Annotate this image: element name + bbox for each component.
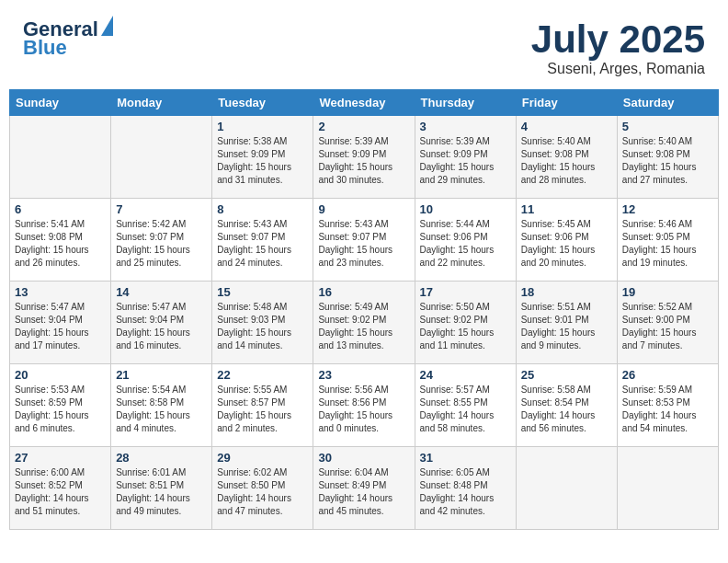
header-cell-wednesday: Wednesday [313,90,415,116]
day-detail: Sunrise: 6:01 AM Sunset: 8:51 PM Dayligh… [116,466,207,518]
day-number: 11 [521,202,612,216]
calendar-cell [10,116,111,199]
header-cell-monday: Monday [111,90,212,116]
page-header: General Blue July 2025 Suseni, Arges, Ro… [9,9,719,82]
day-number: 23 [318,368,409,382]
week-row-3: 20Sunrise: 5:53 AM Sunset: 8:59 PM Dayli… [10,364,719,447]
day-number: 24 [420,368,511,382]
logo-triangle-icon [101,16,113,36]
calendar-cell: 17Sunrise: 5:50 AM Sunset: 9:02 PM Dayli… [415,282,516,364]
day-detail: Sunrise: 6:04 AM Sunset: 8:49 PM Dayligh… [318,466,409,518]
day-number: 6 [15,202,106,216]
day-number: 7 [116,202,207,216]
calendar-cell: 8Sunrise: 5:43 AM Sunset: 9:07 PM Daylig… [212,199,313,282]
day-detail: Sunrise: 5:38 AM Sunset: 9:09 PM Dayligh… [217,135,308,187]
day-detail: Sunrise: 5:43 AM Sunset: 9:07 PM Dayligh… [318,218,409,270]
day-detail: Sunrise: 5:46 AM Sunset: 9:05 PM Dayligh… [622,218,713,270]
calendar-cell: 13Sunrise: 5:47 AM Sunset: 9:04 PM Dayli… [10,282,111,364]
month-year-title: July 2025 [531,18,705,61]
day-number: 4 [521,120,612,133]
day-detail: Sunrise: 6:02 AM Sunset: 8:50 PM Dayligh… [217,466,308,518]
calendar-cell: 30Sunrise: 6:04 AM Sunset: 8:49 PM Dayli… [313,447,415,530]
calendar-cell: 9Sunrise: 5:43 AM Sunset: 9:07 PM Daylig… [313,199,415,282]
calendar-cell: 2Sunrise: 5:39 AM Sunset: 9:09 PM Daylig… [313,116,415,199]
calendar-cell: 23Sunrise: 5:56 AM Sunset: 8:56 PM Dayli… [313,364,415,447]
day-number: 21 [116,368,207,382]
day-number: 20 [15,368,106,382]
calendar-header: SundayMondayTuesdayWednesdayThursdayFrid… [10,90,719,116]
day-number: 17 [420,285,511,299]
day-number: 9 [318,202,409,216]
day-detail: Sunrise: 5:55 AM Sunset: 8:57 PM Dayligh… [217,384,308,435]
calendar-cell: 18Sunrise: 5:51 AM Sunset: 9:01 PM Dayli… [516,282,617,364]
week-row-2: 13Sunrise: 5:47 AM Sunset: 9:04 PM Dayli… [10,282,719,364]
week-row-0: 1Sunrise: 5:38 AM Sunset: 9:09 PM Daylig… [10,116,719,199]
header-cell-thursday: Thursday [415,90,516,116]
day-number: 27 [15,451,106,465]
day-number: 14 [116,285,207,299]
week-row-1: 6Sunrise: 5:41 AM Sunset: 9:08 PM Daylig… [10,199,719,282]
day-detail: Sunrise: 5:39 AM Sunset: 9:09 PM Dayligh… [318,135,409,187]
calendar-cell [111,116,212,199]
day-number: 12 [622,202,713,216]
calendar-cell: 7Sunrise: 5:42 AM Sunset: 9:07 PM Daylig… [111,199,212,282]
day-number: 13 [15,285,106,299]
day-detail: Sunrise: 5:52 AM Sunset: 9:00 PM Dayligh… [622,301,713,352]
day-number: 5 [622,120,713,133]
header-row: SundayMondayTuesdayWednesdayThursdayFrid… [10,90,719,116]
calendar-cell: 19Sunrise: 5:52 AM Sunset: 9:00 PM Dayli… [617,282,718,364]
day-detail: Sunrise: 5:54 AM Sunset: 8:58 PM Dayligh… [116,384,207,435]
calendar-cell [516,447,617,530]
day-number: 15 [217,285,308,299]
day-detail: Sunrise: 6:05 AM Sunset: 8:48 PM Dayligh… [420,466,511,518]
day-detail: Sunrise: 5:43 AM Sunset: 9:07 PM Dayligh… [217,218,308,270]
day-detail: Sunrise: 5:39 AM Sunset: 9:09 PM Dayligh… [420,135,511,187]
day-number: 1 [217,120,308,133]
day-number: 30 [318,451,409,465]
day-detail: Sunrise: 5:40 AM Sunset: 9:08 PM Dayligh… [622,135,713,187]
header-cell-friday: Friday [516,90,617,116]
day-number: 28 [116,451,207,465]
location-subtitle: Suseni, Arges, Romania [531,61,705,77]
day-detail: Sunrise: 5:45 AM Sunset: 9:06 PM Dayligh… [521,218,612,270]
day-number: 16 [318,285,409,299]
calendar-cell: 15Sunrise: 5:48 AM Sunset: 9:03 PM Dayli… [212,282,313,364]
day-detail: Sunrise: 5:56 AM Sunset: 8:56 PM Dayligh… [318,384,409,435]
day-detail: Sunrise: 5:57 AM Sunset: 8:55 PM Dayligh… [420,384,511,435]
calendar-cell: 25Sunrise: 5:58 AM Sunset: 8:54 PM Dayli… [516,364,617,447]
calendar-cell: 29Sunrise: 6:02 AM Sunset: 8:50 PM Dayli… [212,447,313,530]
calendar-cell: 11Sunrise: 5:45 AM Sunset: 9:06 PM Dayli… [516,199,617,282]
calendar-cell: 27Sunrise: 6:00 AM Sunset: 8:52 PM Dayli… [10,447,111,530]
day-detail: Sunrise: 5:42 AM Sunset: 9:07 PM Dayligh… [116,218,207,270]
day-number: 3 [420,120,511,133]
calendar-table: SundayMondayTuesdayWednesdayThursdayFrid… [9,89,719,530]
day-detail: Sunrise: 5:47 AM Sunset: 9:04 PM Dayligh… [116,301,207,352]
calendar-cell: 16Sunrise: 5:49 AM Sunset: 9:02 PM Dayli… [313,282,415,364]
calendar-cell: 12Sunrise: 5:46 AM Sunset: 9:05 PM Dayli… [617,199,718,282]
day-detail: Sunrise: 6:00 AM Sunset: 8:52 PM Dayligh… [15,466,106,518]
calendar-cell: 20Sunrise: 5:53 AM Sunset: 8:59 PM Dayli… [10,364,111,447]
day-number: 25 [521,368,612,382]
calendar-body: 1Sunrise: 5:38 AM Sunset: 9:09 PM Daylig… [10,116,719,530]
calendar-cell: 4Sunrise: 5:40 AM Sunset: 9:08 PM Daylig… [516,116,617,199]
day-number: 19 [622,285,713,299]
calendar-cell: 5Sunrise: 5:40 AM Sunset: 9:08 PM Daylig… [617,116,718,199]
day-number: 8 [217,202,308,216]
day-detail: Sunrise: 5:41 AM Sunset: 9:08 PM Dayligh… [15,218,106,270]
calendar-cell: 3Sunrise: 5:39 AM Sunset: 9:09 PM Daylig… [415,116,516,199]
week-row-4: 27Sunrise: 6:00 AM Sunset: 8:52 PM Dayli… [10,447,719,530]
calendar-cell: 22Sunrise: 5:55 AM Sunset: 8:57 PM Dayli… [212,364,313,447]
day-number: 10 [420,202,511,216]
day-detail: Sunrise: 5:47 AM Sunset: 9:04 PM Dayligh… [15,301,106,352]
calendar-cell: 10Sunrise: 5:44 AM Sunset: 9:06 PM Dayli… [415,199,516,282]
calendar-cell: 1Sunrise: 5:38 AM Sunset: 9:09 PM Daylig… [212,116,313,199]
day-detail: Sunrise: 5:49 AM Sunset: 9:02 PM Dayligh… [318,301,409,352]
header-cell-sunday: Sunday [10,90,111,116]
day-detail: Sunrise: 5:48 AM Sunset: 9:03 PM Dayligh… [217,301,308,352]
day-number: 18 [521,285,612,299]
day-detail: Sunrise: 5:51 AM Sunset: 9:01 PM Dayligh… [521,301,612,352]
header-cell-saturday: Saturday [617,90,718,116]
calendar-cell: 24Sunrise: 5:57 AM Sunset: 8:55 PM Dayli… [415,364,516,447]
day-detail: Sunrise: 5:40 AM Sunset: 9:08 PM Dayligh… [521,135,612,187]
calendar-cell: 28Sunrise: 6:01 AM Sunset: 8:51 PM Dayli… [111,447,212,530]
